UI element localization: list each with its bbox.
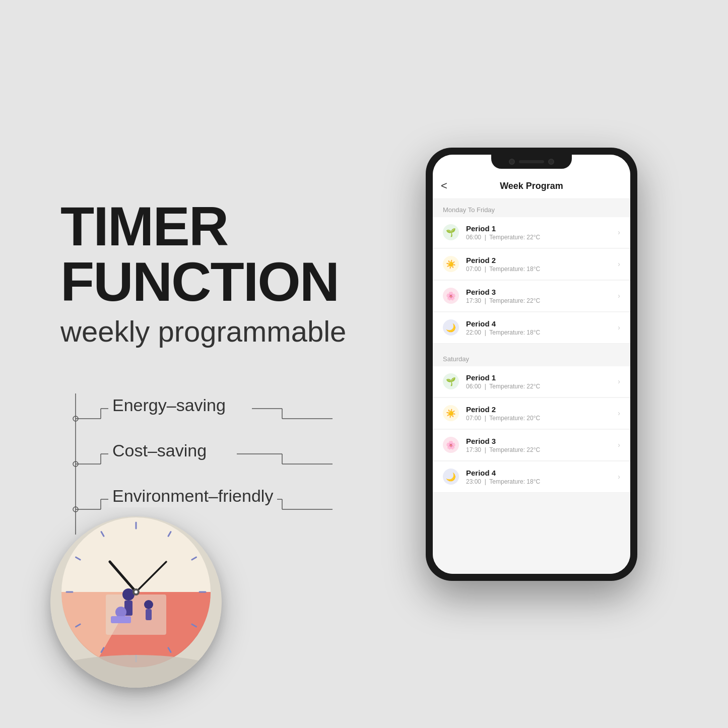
period-name: Period 3 — [466, 288, 611, 296]
sat-period-3[interactable]: 🌸 Period 3 17:30 | Temperature: 22°C › — [433, 430, 630, 461]
clock-face — [50, 516, 222, 688]
period-detail: 17:30 | Temperature: 22°C — [466, 446, 611, 453]
feature-cost-saving: Cost–saving — [108, 441, 211, 460]
svg-point-28 — [144, 600, 153, 609]
period-icon-night: 🌙 — [443, 469, 459, 485]
period-detail: 06:00 | Temperature: 22°C — [466, 234, 611, 241]
period-icon-day: ☀️ — [443, 256, 459, 272]
period-name: Period 1 — [466, 373, 611, 382]
main-title: TIMER FUNCTION weekly programmable — [60, 198, 373, 378]
period-icon-day: ☀️ — [443, 405, 459, 421]
period-name: Period 3 — [466, 437, 611, 445]
mf-period-4[interactable]: 🌙 Period 4 22:00 | Temperature: 18°C › — [433, 312, 630, 344]
period-info: Period 1 06:00 | Temperature: 22°C — [466, 224, 611, 241]
chevron-right-icon: › — [618, 292, 620, 300]
features-section: Energy–saving Cost–saving Environment–fr… — [60, 388, 343, 530]
feature-label: Energy–saving — [108, 393, 230, 417]
period-detail: 17:30 | Temperature: 22°C — [466, 297, 611, 304]
title-line1: TIMER FUNCTION — [60, 198, 373, 309]
notch-camera-2 — [548, 159, 554, 165]
period-icon-evening: 🌸 — [443, 288, 459, 304]
svg-point-47 — [135, 590, 138, 593]
phone-frame: < Week Program Monday To Friday 🌱 Period… — [426, 148, 637, 581]
main-container: TIMER FUNCTION weekly programmable — [0, 0, 728, 728]
period-name: Period 4 — [466, 319, 611, 328]
section-saturday: Saturday — [433, 348, 630, 366]
mf-period-3[interactable]: 🌸 Period 3 17:30 | Temperature: 22°C › — [433, 281, 630, 312]
period-detail: 23:00 | Temperature: 18°C — [466, 478, 611, 485]
period-info: Period 3 17:30 | Temperature: 22°C — [466, 437, 611, 453]
section-gap — [433, 344, 630, 348]
back-button[interactable]: < — [441, 179, 447, 192]
clock-container — [50, 516, 222, 688]
period-name: Period 2 — [466, 256, 611, 264]
svg-point-30 — [115, 607, 126, 618]
period-detail: 06:00 | Temperature: 22°C — [466, 383, 611, 390]
right-section: < Week Program Monday To Friday 🌱 Period… — [395, 148, 668, 581]
feature-environment-friendly: Environment–friendly — [108, 486, 277, 506]
period-info: Period 4 23:00 | Temperature: 18°C — [466, 469, 611, 485]
svg-rect-25 — [106, 594, 166, 635]
feature-energy-saving: Energy–saving — [108, 395, 230, 415]
feature-label: Environment–friendly — [108, 484, 277, 507]
notch-speaker — [519, 160, 544, 163]
chevron-right-icon: › — [618, 409, 620, 417]
svg-rect-29 — [146, 609, 152, 620]
period-detail: 22:00 | Temperature: 18°C — [466, 329, 611, 336]
left-section: TIMER FUNCTION weekly programmable — [60, 198, 373, 530]
period-name: Period 4 — [466, 469, 611, 477]
phone-wrapper: < Week Program Monday To Friday 🌱 Period… — [426, 148, 637, 581]
period-icon-night: 🌙 — [443, 319, 459, 336]
period-info: Period 2 07:00 | Temperature: 20°C — [466, 405, 611, 422]
period-name: Period 2 — [466, 405, 611, 414]
chevron-right-icon: › — [618, 441, 620, 449]
notch-camera — [509, 159, 515, 165]
subtitle: weekly programmable — [60, 314, 373, 348]
period-info: Period 2 07:00 | Temperature: 18°C — [466, 256, 611, 273]
section-monday-friday: Monday To Friday — [433, 199, 630, 217]
chevron-right-icon: › — [618, 260, 620, 268]
sat-period-1[interactable]: 🌱 Period 1 06:00 | Temperature: 22°C › — [433, 366, 630, 398]
screen-title: Week Program — [500, 181, 563, 191]
period-icon-morning: 🌱 — [443, 373, 459, 389]
period-detail: 07:00 | Temperature: 20°C — [466, 415, 611, 422]
period-icon-evening: 🌸 — [443, 437, 459, 453]
mf-period-1[interactable]: 🌱 Period 1 06:00 | Temperature: 22°C › — [433, 217, 630, 248]
sat-period-2[interactable]: ☀️ Period 2 07:00 | Temperature: 20°C › — [433, 398, 630, 429]
mf-period-2[interactable]: ☀️ Period 2 07:00 | Temperature: 18°C › — [433, 249, 630, 280]
period-info: Period 3 17:30 | Temperature: 22°C — [466, 288, 611, 304]
screen-content: Monday To Friday 🌱 Period 1 06:00 | Temp… — [433, 199, 630, 574]
svg-point-26 — [122, 588, 135, 601]
period-info: Period 1 06:00 | Temperature: 22°C — [466, 373, 611, 390]
period-name: Period 1 — [466, 224, 611, 233]
period-info: Period 4 22:00 | Temperature: 18°C — [466, 319, 611, 336]
chevron-right-icon: › — [618, 377, 620, 385]
chevron-right-icon: › — [618, 323, 620, 332]
phone-screen: < Week Program Monday To Friday 🌱 Period… — [433, 155, 630, 574]
feature-label: Cost–saving — [108, 439, 211, 462]
period-icon-morning: 🌱 — [443, 224, 459, 240]
chevron-right-icon: › — [618, 473, 620, 481]
period-detail: 07:00 | Temperature: 18°C — [466, 266, 611, 273]
svg-rect-31 — [111, 616, 131, 623]
chevron-right-icon: › — [618, 228, 620, 236]
phone-notch — [491, 155, 572, 169]
clock-svg — [50, 516, 222, 688]
sat-period-4[interactable]: 🌙 Period 4 23:00 | Temperature: 18°C › — [433, 461, 630, 493]
